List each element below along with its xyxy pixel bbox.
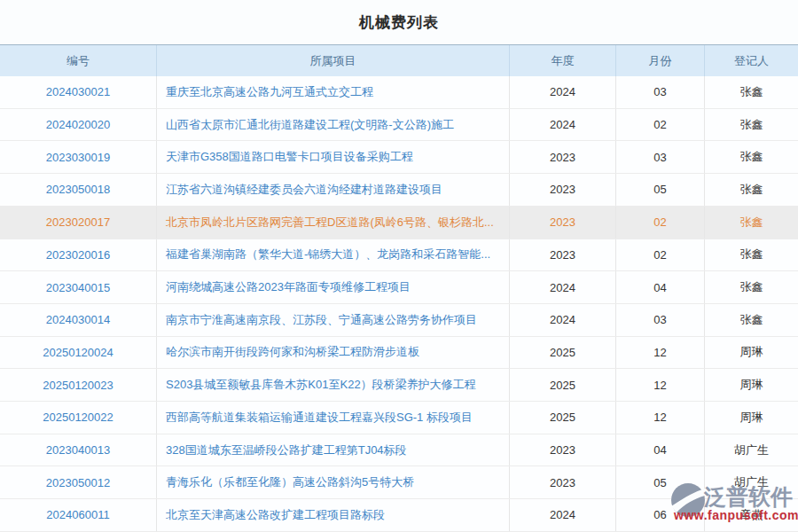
year-value: 2023 [510, 207, 616, 239]
registrant-value: 周琳 [705, 369, 798, 401]
year-value: 2024 [510, 76, 616, 108]
registrant-value: 胡广生 [705, 434, 798, 466]
project-name-link[interactable]: 西部高等航道集装箱运输通道建设工程嘉兴段SG-1 标段项目 [157, 402, 510, 434]
year-value: 2025 [510, 337, 616, 369]
page-title: 机械费列表 [0, 0, 798, 44]
year-value: 2025 [510, 402, 616, 434]
month-value: 02 [616, 207, 705, 239]
registrant-value: 张鑫 [705, 76, 798, 108]
column-header-month[interactable]: 月份 [616, 45, 705, 76]
project-name-link[interactable]: 青海乐化（乐都至化隆）高速公路斜沟5号特大桥 [157, 466, 510, 498]
project-name-link[interactable]: 重庆至北京高速公路九河互通式立交工程 [157, 76, 510, 108]
project-name-link[interactable]: 福建省巢湖南路（繁华大道-锦绣大道）、龙岗路和采石路智能... [157, 239, 510, 271]
month-value: 03 [616, 141, 705, 173]
year-value: 2023 [510, 434, 616, 466]
table-row[interactable]: 2023050012 青海乐化（乐都至化隆）高速公路斜沟5号特大桥 2023 0… [0, 466, 798, 499]
table-row[interactable]: 2023020017 北京市凤岭北片区路网完善工程D区道路(凤岭6号路、银杉路北… [0, 207, 798, 239]
project-name-link[interactable]: 南京市宁淮高速南京段、江苏段、宁通高速公路劳务协作项目 [157, 304, 510, 336]
project-name-link[interactable]: 哈尔滨市南开街段跨何家和沟桥梁工程防滑步道板 [157, 337, 510, 369]
record-id-link[interactable]: 2023030019 [0, 141, 157, 173]
project-name-link[interactable]: 北京至天津高速公路改扩建工程项目路标段 [157, 499, 510, 531]
registrant-value: 周琳 [705, 337, 798, 369]
table-row[interactable]: 2023040015 河南绕城高速公路2023年路面专项维修工程项目 2024 … [0, 271, 798, 304]
record-id-link[interactable]: 2023020017 [0, 207, 157, 239]
record-id-link[interactable]: 2023050012 [0, 466, 157, 498]
table-row[interactable]: 20250120024 哈尔滨市南开街段跨何家和沟桥梁工程防滑步道板 2025 … [0, 337, 798, 370]
project-name-link[interactable]: 山西省太原市汇通北街道路建设工程(文明路-文公路)施工 [157, 109, 510, 141]
year-value: 2024 [510, 499, 616, 531]
month-value: 02 [616, 239, 705, 271]
table-header-row: 编号 所属项目 年度 月份 登记人 [0, 44, 798, 76]
record-id-link[interactable]: 2024030014 [0, 304, 157, 336]
table-row[interactable]: 2024030014 南京市宁淮高速南京段、江苏段、宁通高速公路劳务协作项目 2… [0, 304, 798, 337]
registrant-value: 张鑫 [705, 207, 798, 239]
table-row[interactable]: 2024030021 重庆至北京高速公路九河互通式立交工程 2024 03 张鑫 [0, 76, 798, 109]
month-value: 04 [616, 271, 705, 303]
registrant-value: 张鑫 [705, 239, 798, 271]
table-row[interactable]: 20250120022 西部高等航道集装箱运输通道建设工程嘉兴段SG-1 标段项… [0, 402, 798, 434]
machinery-fee-table: 编号 所属项目 年度 月份 登记人 2024030021 重庆至北京高速公路九河… [0, 44, 798, 532]
year-value: 2024 [510, 304, 616, 336]
project-name-link[interactable]: S203县城至额敏县库鲁木苏K01至K22）段桥梁养护大修工程 [157, 369, 510, 401]
year-value: 2025 [510, 369, 616, 401]
table-row[interactable]: 2023040013 328国道城东至温峤段公路扩建工程第TJ04标段 2023… [0, 434, 798, 467]
month-value: 05 [616, 174, 705, 206]
project-name-link[interactable]: 河南绕城高速公路2023年路面专项维修工程项目 [157, 271, 510, 303]
registrant-value: 张鑫 [705, 174, 798, 206]
registrant-value: 张鑫 [705, 141, 798, 173]
column-header-registrant[interactable]: 登记人 [705, 45, 798, 76]
record-id-link[interactable]: 2023020016 [0, 239, 157, 271]
month-value: 12 [616, 369, 705, 401]
column-header-year[interactable]: 年度 [510, 45, 616, 76]
project-name-link[interactable]: 江苏省六道沟镇经建委员会六道沟经建村道路建设项目 [157, 174, 510, 206]
record-id-link[interactable]: 20250120023 [0, 369, 157, 401]
project-name-link[interactable]: 天津市G358国道路口电警卡口项目设备采购工程 [157, 141, 510, 173]
registrant-value: 张鑫 [705, 109, 798, 141]
month-value: 02 [616, 109, 705, 141]
table-row[interactable]: 2023030019 天津市G358国道路口电警卡口项目设备采购工程 2023 … [0, 141, 798, 174]
month-value: 05 [616, 466, 705, 498]
registrant-value: 胡广生 [705, 466, 798, 498]
column-header-project[interactable]: 所属项目 [157, 45, 510, 76]
record-id-link[interactable]: 2023040013 [0, 434, 157, 466]
year-value: 2023 [510, 239, 616, 271]
month-value: 03 [616, 76, 705, 108]
record-id-link[interactable]: 2024030021 [0, 76, 157, 108]
registrant-value: 张鑫 [705, 304, 798, 336]
record-id-link[interactable]: 2024060011 [0, 499, 157, 531]
table-row[interactable]: 2024060011 北京至天津高速公路改扩建工程项目路标段 2024 06 章… [0, 499, 798, 532]
column-header-id[interactable]: 编号 [0, 45, 157, 76]
project-name-link[interactable]: 北京市凤岭北片区路网完善工程D区道路(凤岭6号路、银杉路北... [157, 207, 510, 239]
month-value: 06 [616, 499, 705, 531]
month-value: 04 [616, 434, 705, 466]
month-value: 12 [616, 337, 705, 369]
registrant-value: 周琳 [705, 402, 798, 434]
month-value: 03 [616, 304, 705, 336]
year-value: 2024 [510, 109, 616, 141]
record-id-link[interactable]: 2023040015 [0, 271, 157, 303]
registrant-value: 章燕 [705, 499, 798, 531]
record-id-link[interactable]: 20250120022 [0, 402, 157, 434]
record-id-link[interactable]: 20250120024 [0, 337, 157, 369]
registrant-value: 张鑫 [705, 271, 798, 303]
table-row[interactable]: 2024020020 山西省太原市汇通北街道路建设工程(文明路-文公路)施工 2… [0, 109, 798, 142]
project-name-link[interactable]: 328国道城东至温峤段公路扩建工程第TJ04标段 [157, 434, 510, 466]
month-value: 12 [616, 402, 705, 434]
year-value: 2024 [510, 271, 616, 303]
table-row[interactable]: 2023020016 福建省巢湖南路（繁华大道-锦绣大道）、龙岗路和采石路智能.… [0, 239, 798, 272]
year-value: 2023 [510, 174, 616, 206]
year-value: 2023 [510, 466, 616, 498]
table-body: 2024030021 重庆至北京高速公路九河互通式立交工程 2024 03 张鑫… [0, 76, 798, 532]
table-row[interactable]: 2023050018 江苏省六道沟镇经建委员会六道沟经建村道路建设项目 2023… [0, 174, 798, 207]
record-id-link[interactable]: 2024020020 [0, 109, 157, 141]
table-row[interactable]: 20250120023 S203县城至额敏县库鲁木苏K01至K22）段桥梁养护大… [0, 369, 798, 402]
year-value: 2023 [510, 141, 616, 173]
record-id-link[interactable]: 2023050018 [0, 174, 157, 206]
